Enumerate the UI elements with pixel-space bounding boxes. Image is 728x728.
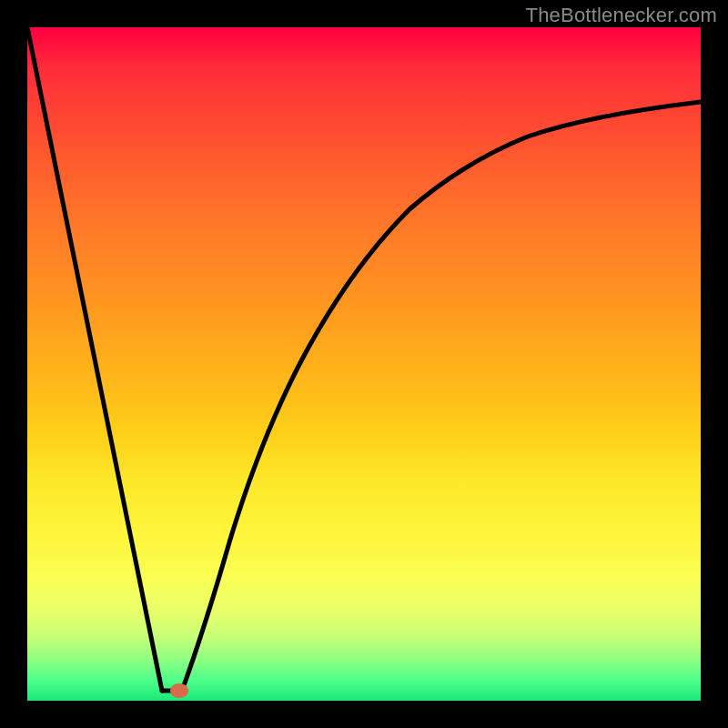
curve-right — [182, 102, 701, 691]
curve-left — [27, 27, 162, 691]
valley-marker-icon — [170, 683, 188, 698]
curve-svg — [27, 27, 701, 701]
chart-frame: TheBottlenecker.com — [0, 0, 728, 728]
watermark-text: TheBottlenecker.com — [526, 4, 717, 27]
plot-area — [27, 27, 701, 701]
